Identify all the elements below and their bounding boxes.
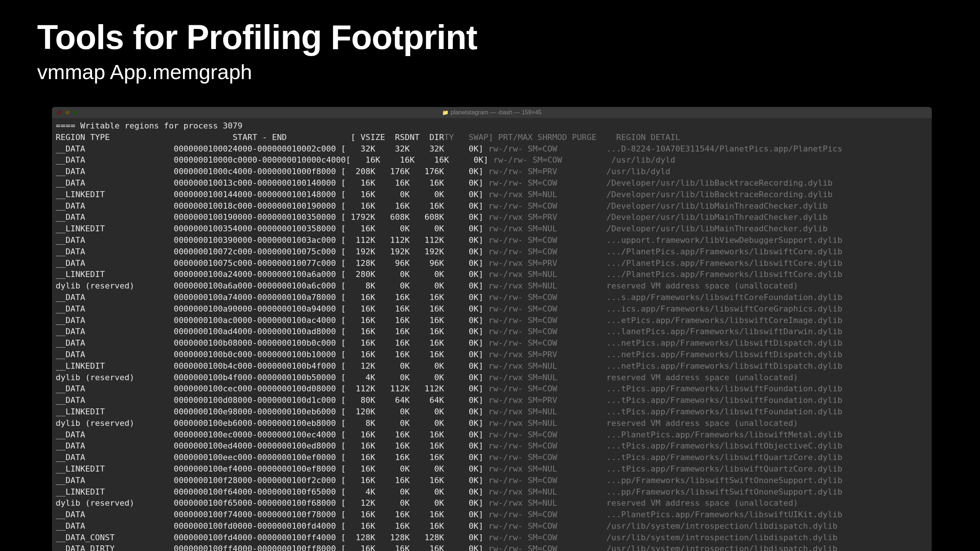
slide-title: Tools for Profiling Footprint xyxy=(37,18,943,57)
terminal-output[interactable]: ==== Writable regions for process 3079 R… xyxy=(52,118,932,551)
slide-subtitle: vmmap App.memgraph xyxy=(37,60,943,84)
terminal-titlebar: 📁 planetstagram — -bash — 159×45 xyxy=(52,107,932,118)
folder-icon: 📁 xyxy=(442,110,449,115)
terminal-window: 📁 planetstagram — -bash — 159×45 ==== Wr… xyxy=(52,107,932,551)
terminal-window-title-text: planetstagram — -bash — 159×45 xyxy=(451,109,542,116)
terminal-window-title: 📁 planetstagram — -bash — 159×45 xyxy=(52,109,932,116)
